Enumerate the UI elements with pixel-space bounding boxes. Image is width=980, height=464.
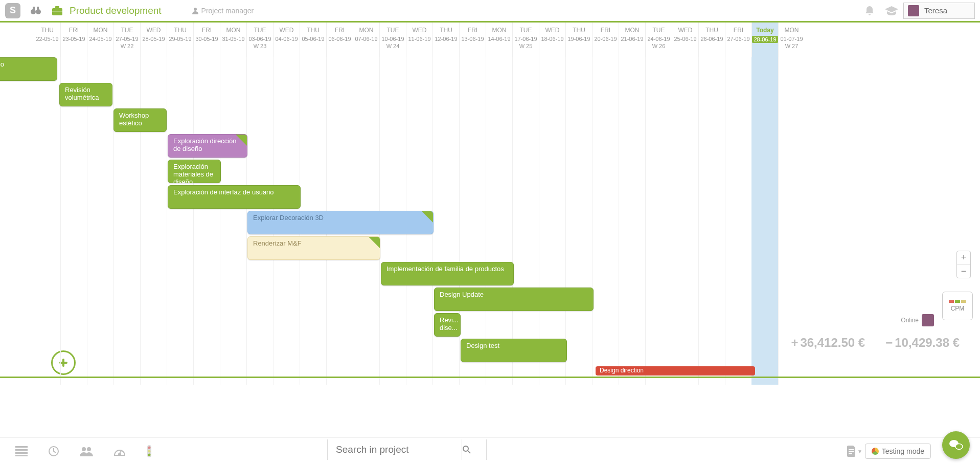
timeline-column[interactable]: TUE27-05-19W 22 xyxy=(113,23,140,57)
gantt-task-bar[interactable]: Design test xyxy=(461,339,567,362)
chat-icon xyxy=(949,439,963,451)
svg-rect-23 xyxy=(849,449,854,450)
timeline-column[interactable]: THU29-05-19 xyxy=(167,23,193,57)
timeline-column[interactable]: Today28-06-19 xyxy=(751,23,778,57)
svg-point-27 xyxy=(955,444,963,450)
person-icon xyxy=(192,7,198,14)
timeline-column[interactable]: TUE10-06-19W 24 xyxy=(379,23,406,57)
gantt-task-bar[interactable]: Exploración materiales de diseño xyxy=(168,160,221,183)
cpm-label: CPM xyxy=(951,305,965,312)
gantt-task-bar[interactable]: Revi... dise... xyxy=(434,313,461,337)
timeline-column[interactable]: MON24-05-19 xyxy=(87,23,113,57)
user-name: Teresa xyxy=(924,6,947,15)
timeline-column[interactable]: THU12-06-19 xyxy=(432,23,459,57)
project-manager-text: Project manager xyxy=(201,7,254,15)
timeline-column[interactable]: THU19-06-19 xyxy=(565,23,592,57)
timeline-column[interactable]: MON31-05-19 xyxy=(220,23,246,57)
binoculars-icon[interactable] xyxy=(30,5,42,17)
project-title[interactable]: Product development xyxy=(70,5,162,16)
list-view-icon[interactable] xyxy=(15,446,28,456)
timeline-column[interactable]: THU22-05-19 xyxy=(34,23,60,57)
chat-button[interactable] xyxy=(942,431,970,459)
timeline-column[interactable]: FRI06-06-19 xyxy=(326,23,353,57)
gantt-task-bar[interactable]: Exploración de interfaz de usuario xyxy=(168,185,301,209)
traffic-light-icon[interactable] xyxy=(146,445,152,457)
testing-mode-label: Testing mode xyxy=(882,447,924,455)
zoom-controls: + − xyxy=(956,251,971,278)
gantt-task-bar[interactable]: Renderizar M&F xyxy=(247,236,380,260)
testing-mode-button[interactable]: Testing mode xyxy=(865,444,931,459)
svg-rect-10 xyxy=(15,446,28,448)
graduation-cap-icon[interactable] xyxy=(885,6,898,15)
timeline-column[interactable]: MON21-06-19 xyxy=(619,23,645,57)
timeline-column[interactable]: WED28-05-19 xyxy=(140,23,167,57)
timeline-column[interactable]: THU26-06-19 xyxy=(698,23,725,57)
divider xyxy=(0,377,980,378)
timeline-column[interactable]: TUE17-06-19W 25 xyxy=(512,23,539,57)
timeline-column[interactable]: WED11-06-19 xyxy=(406,23,432,57)
svg-rect-12 xyxy=(15,452,28,454)
gantt-task-bar[interactable]: Explorar Decoración 3D xyxy=(247,211,434,234)
timeline-column[interactable]: FRI27-06-19 xyxy=(725,23,751,57)
timeline-column[interactable]: THU05-06-19 xyxy=(300,23,326,57)
team-icon[interactable] xyxy=(80,446,93,456)
svg-rect-6 xyxy=(52,11,62,12)
clock-icon[interactable] xyxy=(48,446,59,457)
timeline-column[interactable]: MON14-06-19 xyxy=(486,23,512,57)
cpm-button[interactable]: CPM xyxy=(942,292,973,320)
gantt-task-bar[interactable]: Implementación de familia de productos xyxy=(381,262,514,285)
testing-mode-icon xyxy=(872,448,879,455)
online-status: Online xyxy=(901,314,934,326)
gantt-task-bar[interactable]: Revisión volumétrica xyxy=(59,83,112,106)
search-button[interactable] xyxy=(462,439,487,460)
svg-rect-11 xyxy=(15,449,28,451)
timeline-column[interactable]: FRI13-06-19 xyxy=(459,23,486,57)
timeline-column[interactable]: FRI23-05-19 xyxy=(60,23,87,57)
timeline-column[interactable]: TUE24-06-19W 26 xyxy=(645,23,672,57)
svg-point-16 xyxy=(87,447,91,451)
search-input[interactable] xyxy=(327,439,462,460)
timeline-column[interactable]: WED25-06-19 xyxy=(672,23,698,57)
svg-point-20 xyxy=(148,450,151,452)
gantt-task-bar[interactable]: Design Update xyxy=(434,288,594,311)
zoom-out-button[interactable]: − xyxy=(957,264,970,278)
svg-rect-3 xyxy=(37,7,39,10)
timeline-column[interactable]: TUE03-06-19W 23 xyxy=(246,23,273,57)
user-menu[interactable]: Teresa xyxy=(903,3,975,19)
document-menu[interactable]: ▼ xyxy=(847,446,862,457)
income-value: 36,412.50 € xyxy=(791,336,865,350)
briefcase-icon[interactable] xyxy=(51,6,63,16)
bell-icon[interactable] xyxy=(864,5,875,16)
user-avatar-icon xyxy=(908,5,919,16)
timeline-column[interactable]: MON07-06-19 xyxy=(353,23,379,57)
timeline-column[interactable]: WED04-06-19 xyxy=(273,23,300,57)
svg-point-1 xyxy=(36,9,41,14)
timeline-column[interactable]: WED18-06-19 xyxy=(539,23,565,57)
timeline-column[interactable]: FRI20-06-19 xyxy=(592,23,619,57)
timeline-column[interactable]: MON01-07-19W 27 xyxy=(778,23,805,57)
timeline-column[interactable]: FRI30-05-19 xyxy=(193,23,220,57)
online-label: Online xyxy=(901,317,919,324)
cpm-icon xyxy=(949,300,966,303)
search-container xyxy=(327,439,487,460)
svg-rect-24 xyxy=(849,451,854,452)
svg-rect-25 xyxy=(849,453,852,454)
zoom-in-button[interactable]: + xyxy=(957,251,970,264)
svg-rect-2 xyxy=(33,7,35,10)
finance-summary: 36,412.50 € 10,429.38 € xyxy=(791,336,960,350)
dashboard-icon[interactable] xyxy=(113,446,126,456)
project-manager-label[interactable]: Project manager xyxy=(192,7,254,15)
svg-rect-5 xyxy=(55,6,59,8)
svg-point-0 xyxy=(31,9,36,14)
gantt-task-bar[interactable]: Workshop estético xyxy=(113,108,167,132)
online-avatar-icon xyxy=(922,314,934,326)
gantt-task-bar[interactable]: shop de o xyxy=(0,57,57,81)
timeline-column[interactable] xyxy=(0,23,34,57)
gantt-milestone-bar[interactable]: Design direction xyxy=(596,366,755,375)
svg-point-7 xyxy=(194,8,197,11)
svg-point-19 xyxy=(148,446,151,449)
svg-point-22 xyxy=(463,446,468,451)
svg-point-15 xyxy=(82,447,86,451)
app-logo-icon[interactable]: S xyxy=(5,3,20,18)
gantt-task-bar[interactable]: Exploración dirección de diseño xyxy=(168,134,247,158)
